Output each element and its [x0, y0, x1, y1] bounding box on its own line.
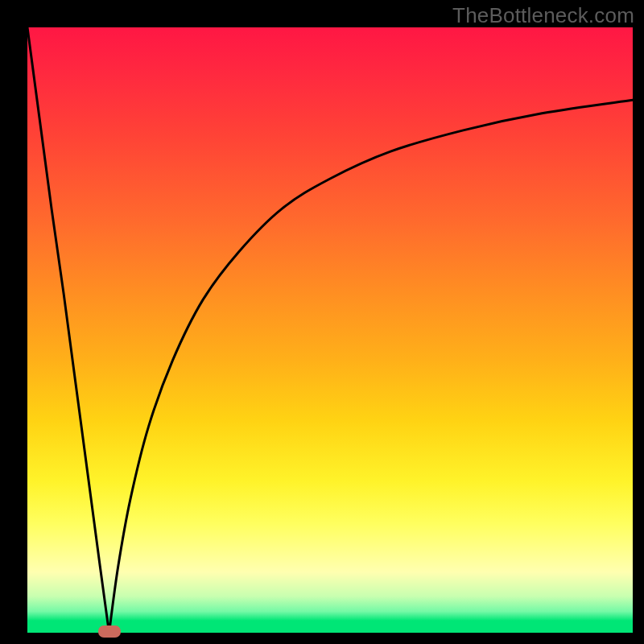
bottleneck-curve	[27, 27, 633, 633]
curve-path	[27, 27, 633, 633]
plot-area	[27, 27, 633, 633]
chart-frame: TheBottleneck.com	[0, 0, 644, 644]
minimum-marker	[98, 625, 121, 638]
watermark-text: TheBottleneck.com	[452, 3, 634, 28]
